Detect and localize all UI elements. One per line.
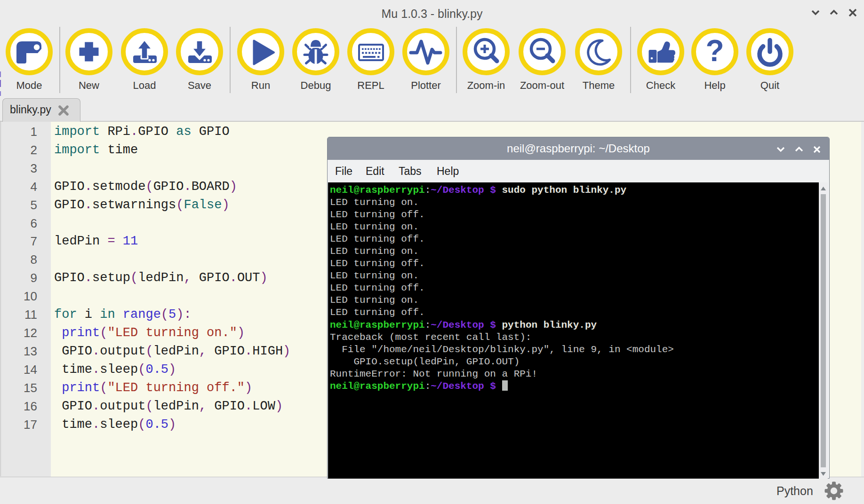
svg-text:?: ? [705,34,724,68]
